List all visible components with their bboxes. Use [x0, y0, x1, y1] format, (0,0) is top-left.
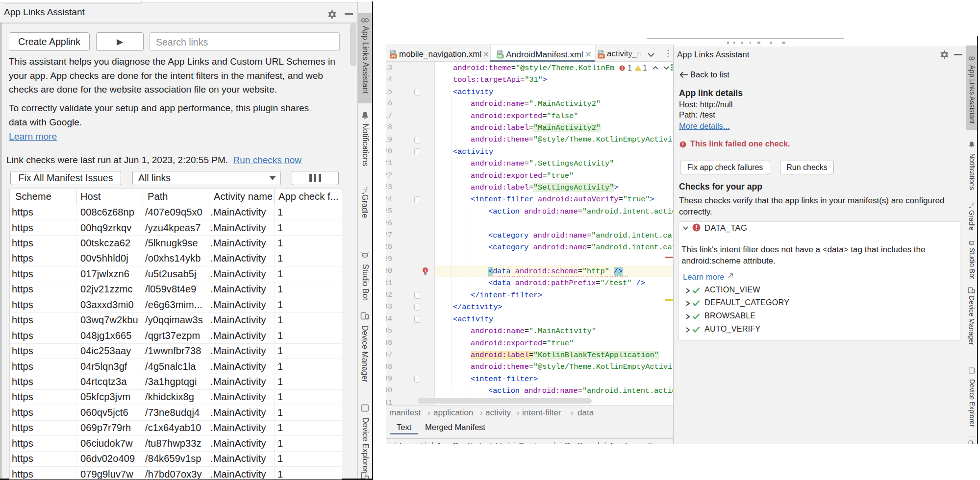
svg-text:!: ! — [425, 268, 426, 273]
svg-text:MF: MF — [498, 54, 503, 58]
svg-text:<>: <> — [391, 54, 396, 58]
svg-text:<>: <> — [599, 54, 603, 58]
